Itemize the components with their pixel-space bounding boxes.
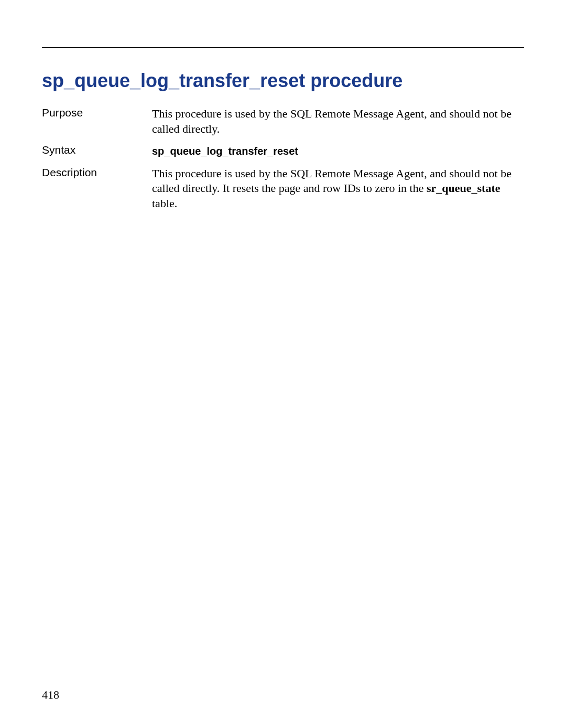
syntax-text: sp_queue_log_transfer_reset	[152, 145, 298, 157]
page-title: sp_queue_log_transfer_reset procedure	[42, 70, 524, 92]
page-number: 418	[42, 688, 59, 702]
description-label: Description	[42, 166, 152, 179]
description-part2: table.	[152, 197, 177, 210]
syntax-label: Syntax	[42, 144, 152, 156]
syntax-section: Syntax sp_queue_log_transfer_reset	[42, 144, 524, 159]
purpose-label: Purpose	[42, 106, 152, 119]
description-bold: sr_queue_state	[427, 181, 500, 195]
purpose-text: This procedure is used by the SQL Remote…	[152, 106, 524, 136]
purpose-section: Purpose This procedure is used by the SQ…	[42, 106, 524, 136]
description-text: This procedure is used by the SQL Remote…	[152, 166, 524, 211]
header-rule	[42, 47, 524, 48]
syntax-content: sp_queue_log_transfer_reset	[152, 144, 524, 159]
description-section: Description This procedure is used by th…	[42, 166, 524, 211]
